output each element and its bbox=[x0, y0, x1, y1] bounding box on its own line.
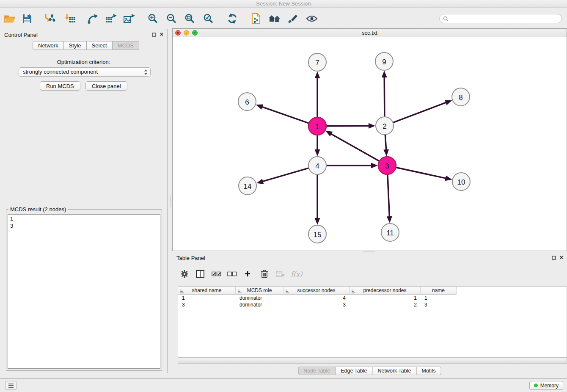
vertical-splitter-handle[interactable] bbox=[169, 196, 171, 207]
search-icon bbox=[443, 16, 449, 22]
criterion-select[interactable]: strongly connected component bbox=[19, 67, 151, 77]
sort-icon bbox=[180, 290, 184, 293]
list-icon bbox=[8, 383, 14, 388]
tab-mcds[interactable]: MCDS bbox=[113, 41, 139, 50]
table-cell: 3 bbox=[421, 301, 457, 308]
close-panel-button[interactable]: Close panel bbox=[85, 81, 127, 91]
column-header-shared-name[interactable]: shared name bbox=[178, 287, 236, 295]
maximize-window-icon[interactable]: + bbox=[192, 30, 198, 36]
apply-layout-icon[interactable] bbox=[227, 13, 238, 24]
select-arrows-icon bbox=[144, 69, 148, 78]
table-horizontal-scrollbar[interactable] bbox=[178, 358, 567, 364]
edge-arrowhead-icon bbox=[256, 104, 263, 109]
zoom-in-icon[interactable] bbox=[148, 13, 158, 24]
table-tab-node-table[interactable]: Node Table bbox=[298, 367, 336, 375]
table-tab-edge-table[interactable]: Edge Table bbox=[336, 367, 372, 375]
node-label: 7 bbox=[315, 59, 319, 67]
node-label: 4 bbox=[315, 162, 319, 170]
graph-edge-3-10[interactable] bbox=[396, 167, 446, 178]
control-panel-tabs: NetworkStyleSelectMCDS bbox=[33, 41, 139, 50]
table-options-icon[interactable] bbox=[180, 268, 189, 279]
graph-edge-2-9[interactable] bbox=[384, 77, 385, 117]
graph-edge-3-11[interactable] bbox=[388, 174, 389, 217]
mcds-result-list[interactable]: 13 bbox=[8, 214, 160, 369]
control-panel: Control Panel × NetworkStyleSelectMCDS O… bbox=[0, 29, 168, 373]
show-columns-icon[interactable] bbox=[196, 268, 204, 279]
column-header-name[interactable]: name bbox=[421, 287, 457, 295]
memory-button-label: Memory bbox=[540, 383, 559, 389]
delete-columns-icon[interactable] bbox=[261, 268, 268, 279]
open-session-icon[interactable] bbox=[4, 14, 16, 23]
column-header-MCDS-role[interactable]: MCDS role bbox=[236, 287, 284, 295]
tab-style[interactable]: Style bbox=[64, 41, 87, 50]
new-network-view-icon[interactable] bbox=[87, 14, 98, 24]
close-panel-icon[interactable]: × bbox=[160, 32, 163, 37]
tab-select[interactable]: Select bbox=[87, 41, 113, 50]
paint-style-icon[interactable] bbox=[287, 14, 298, 23]
status-bar: Memory bbox=[0, 378, 567, 392]
search-input[interactable] bbox=[451, 16, 558, 22]
float-table-panel-icon[interactable] bbox=[552, 256, 556, 260]
function-builder-icon[interactable]: f(x) bbox=[291, 268, 302, 279]
save-session-icon[interactable] bbox=[22, 14, 32, 23]
graph-edge-4-14[interactable] bbox=[262, 168, 309, 182]
table-cell: 3 bbox=[284, 301, 350, 308]
table-cell: 1 bbox=[350, 295, 421, 301]
search-box[interactable] bbox=[439, 14, 562, 23]
mcds-result-line: 3 bbox=[10, 222, 158, 229]
close-table-panel-icon[interactable]: × bbox=[560, 255, 563, 260]
table-row[interactable]: 3dominator323 bbox=[178, 301, 567, 308]
graph-edge-2-8[interactable] bbox=[393, 102, 447, 123]
create-column-icon[interactable]: + bbox=[245, 268, 250, 279]
mcds-result-line: 1 bbox=[10, 215, 158, 222]
run-mcds-button[interactable]: Run MCDS bbox=[40, 81, 80, 91]
export-table-icon[interactable] bbox=[105, 14, 117, 24]
node-label: 9 bbox=[382, 58, 386, 66]
table-tab-network-table[interactable]: Network Table bbox=[373, 367, 417, 375]
zoom-fit-icon[interactable] bbox=[184, 13, 195, 24]
edge-arrowhead-icon bbox=[315, 72, 320, 78]
network-window-titlebar[interactable]: scc.txt × − + bbox=[173, 29, 567, 37]
table-cell: 4 bbox=[284, 295, 350, 301]
table-panel: Table Panel × + f(x) shared nameMCDS rol… bbox=[172, 252, 567, 378]
zoom-out-icon[interactable] bbox=[166, 13, 177, 24]
table-panel-tabs: Node TableEdge TableNetwork TableMotifs bbox=[298, 367, 441, 375]
float-panel-icon[interactable] bbox=[152, 33, 156, 37]
zoom-selected-icon[interactable] bbox=[203, 13, 214, 24]
export-image-icon[interactable] bbox=[123, 14, 135, 24]
first-neighbors-icon[interactable] bbox=[268, 14, 281, 23]
delete-table-icon[interactable] bbox=[276, 268, 285, 279]
edge-arrowhead-icon bbox=[382, 71, 387, 77]
network-graph-canvas[interactable]: 7968124314101511 bbox=[173, 38, 567, 251]
criterion-selected-value: strongly connected component bbox=[23, 69, 98, 75]
sort-icon bbox=[237, 290, 242, 293]
show-panels-button[interactable] bbox=[5, 381, 17, 390]
show-hide-graphics-icon[interactable] bbox=[306, 15, 318, 22]
close-window-icon[interactable]: × bbox=[175, 30, 181, 36]
table-row[interactable]: 1dominator411 bbox=[178, 295, 567, 301]
window-title: Session: New Session bbox=[256, 0, 311, 7]
table-cell: 2 bbox=[350, 301, 421, 308]
tab-network[interactable]: Network bbox=[33, 41, 64, 50]
node-label: 11 bbox=[386, 229, 394, 237]
table-header-row: shared nameMCDS rolesuccessor nodesprede… bbox=[178, 287, 567, 295]
graph-edge-1-2[interactable] bbox=[326, 126, 369, 126]
graph-edge-3-1[interactable] bbox=[330, 134, 379, 161]
node-label: 10 bbox=[457, 178, 465, 186]
column-header-successor-nodes[interactable]: successor nodes bbox=[284, 287, 350, 295]
deselect-all-columns-icon[interactable] bbox=[227, 268, 237, 279]
main-toolbar bbox=[0, 8, 567, 29]
memory-button[interactable]: Memory bbox=[529, 381, 563, 390]
column-header-predecessor-nodes[interactable]: predecessor nodes bbox=[350, 287, 421, 295]
table-tab-motifs[interactable]: Motifs bbox=[416, 367, 441, 375]
node-label: 2 bbox=[383, 122, 386, 130]
minimize-window-icon[interactable]: − bbox=[184, 30, 189, 36]
import-network-icon[interactable] bbox=[44, 14, 55, 24]
edge-arrowhead-icon bbox=[445, 100, 452, 105]
import-table-icon[interactable] bbox=[65, 14, 76, 24]
graph-edge-2-3[interactable] bbox=[385, 135, 386, 150]
open-style-icon[interactable] bbox=[251, 13, 261, 24]
node-label: 1 bbox=[315, 123, 319, 131]
select-all-columns-icon[interactable] bbox=[212, 268, 221, 279]
graph-edge-1-6[interactable] bbox=[261, 107, 309, 123]
